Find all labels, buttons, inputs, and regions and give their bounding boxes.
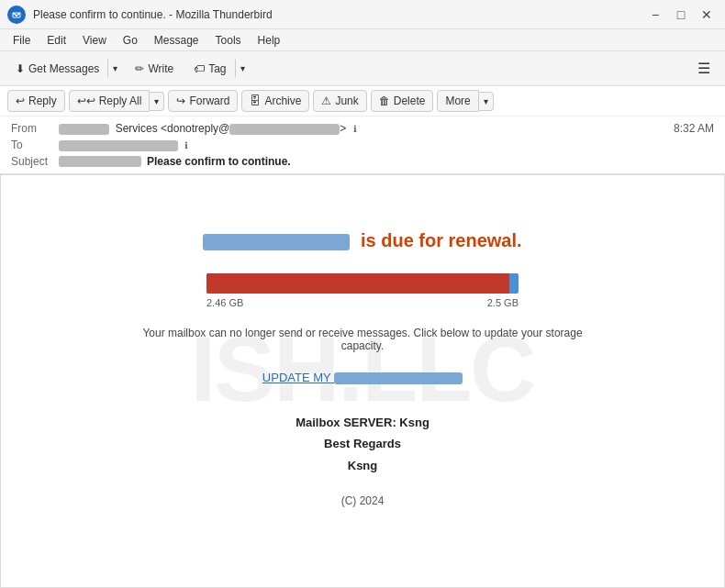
storage-total-label: 2.5 GB [487,297,519,308]
to-row: To ℹ [11,137,714,153]
from-name-blurred [59,124,109,135]
menu-file[interactable]: File [6,32,38,49]
from-bracket-close: > [340,122,346,135]
write-button[interactable]: ✏ Write [127,58,182,80]
menu-bar: File Edit View Go Message Tools Help [0,29,725,51]
signature-line2: Best Regards [56,433,669,454]
hamburger-menu[interactable]: ☰ [690,56,718,81]
to-info-icon[interactable]: ℹ [184,140,188,150]
signature: Mailbox SERVER: Ksng Best Regards Ksng [56,412,669,476]
delete-icon: 🗑 [379,94,390,107]
get-messages-label: Get Messages [28,62,99,75]
update-link-container: UPDATE MY [56,371,669,384]
close-button[interactable]: ✕ [696,4,718,26]
toolbar: ⬇ Get Messages ▾ ✏ Write 🏷 Tag ▾ ☰ [0,51,725,86]
email-meta: From Services <donotreply@> ℹ 8:32 AM To… [0,116,725,173]
signature-line3: Ksng [56,455,669,476]
to-blurred [59,140,178,151]
menu-message[interactable]: Message [147,32,206,49]
title-bar-left: Please confirm to continue. - Mozilla Th… [7,6,273,24]
renewal-heading: is due for renewal. [56,230,669,251]
menu-view[interactable]: View [75,32,114,49]
tag-button[interactable]: 🏷 Tag [185,58,234,80]
update-link[interactable]: UPDATE MY [262,371,463,384]
get-messages-button[interactable]: ⬇ Get Messages [7,58,107,80]
signature-line1: Mailbox SERVER: Ksng [56,412,669,433]
reply-icon: ↩ [16,94,25,107]
from-row: From Services <donotreply@> ℹ 8:32 AM [11,120,714,137]
maximize-button[interactable]: □ [670,4,692,26]
junk-icon: ⚠ [321,94,331,107]
subject-text: Please confirm to continue. [147,155,291,168]
junk-button[interactable]: ⚠ Junk [313,90,366,112]
storage-container: 2.46 GB 2.5 GB [206,273,519,308]
tag-group: 🏷 Tag ▾ [185,58,250,80]
storage-used-label: 2.46 GB [206,297,243,308]
get-messages-icon: ⬇ [16,62,25,75]
archive-icon: 🗄 [250,94,261,107]
domain-blurred [203,234,350,250]
write-icon: ✏ [135,62,144,75]
forward-button[interactable]: ↪ Forward [168,90,238,112]
forward-icon: ↪ [176,94,185,107]
menu-tools[interactable]: Tools [208,32,249,49]
storage-bar-fill [206,273,509,294]
reply-all-dropdown[interactable]: ▾ [150,92,164,111]
more-group: More ▾ [437,90,493,112]
security-icon[interactable]: ℹ [353,124,357,134]
email-header: ↩ Reply ↩↩ Reply All ▾ ↪ Forward 🗄 Archi… [0,86,725,174]
from-services-text: Services <donotreply@ [116,122,230,135]
title-bar-title: Please confirm to continue. - Mozilla Th… [33,8,273,21]
reply-all-button[interactable]: ↩↩ Reply All [69,90,151,112]
storage-message: Your mailbox can no longer send or recei… [133,327,592,352]
from-label: From [11,122,59,135]
email-time: 8:32 AM [674,122,714,135]
reply-all-icon: ↩↩ [77,94,95,107]
subject-label: Subject [11,155,59,168]
reply-all-group: ↩↩ Reply All ▾ [69,90,165,112]
tag-dropdown[interactable]: ▾ [235,59,251,78]
email-body: ISH.LLC is due for renewal. 2.46 GB 2.5 … [1,175,724,562]
menu-go[interactable]: Go [116,32,145,49]
tag-icon: 🏷 [194,62,205,75]
subject-blurred [59,156,141,167]
to-label: To [11,139,59,151]
title-bar-controls: − □ ✕ [644,4,718,26]
copyright: (C) 2024 [56,494,669,507]
app-icon [7,6,26,24]
action-bar: ↩ Reply ↩↩ Reply All ▾ ↪ Forward 🗄 Archi… [0,86,725,116]
reply-button[interactable]: ↩ Reply [7,90,65,112]
from-domain-blurred [229,124,340,135]
get-messages-group: ⬇ Get Messages ▾ [7,58,123,80]
to-value: ℹ [59,139,714,151]
from-value: Services <donotreply@> ℹ [59,122,674,135]
menu-edit[interactable]: Edit [39,32,73,49]
delete-button[interactable]: 🗑 Delete [371,90,434,112]
storage-labels: 2.46 GB 2.5 GB [206,297,519,308]
menu-help[interactable]: Help [251,32,288,49]
update-link-blurred [334,372,463,384]
get-messages-dropdown[interactable]: ▾ [107,59,123,78]
archive-button[interactable]: 🗄 Archive [241,90,309,112]
storage-bar-background [206,273,519,294]
email-inner: is due for renewal. 2.46 GB 2.5 GB Your … [19,203,706,535]
email-content-wrapper: ISH.LLC is due for renewal. 2.46 GB 2.5 … [0,174,725,588]
minimize-button[interactable]: − [644,4,666,26]
more-button[interactable]: More [437,90,478,112]
title-bar: Please confirm to continue. - Mozilla Th… [0,0,725,29]
subject-row: Subject Please confirm to continue. [11,153,714,170]
renewal-text: is due for renewal. [361,230,522,250]
more-dropdown[interactable]: ▾ [479,92,494,111]
main-area: ↩ Reply ↩↩ Reply All ▾ ↪ Forward 🗄 Archi… [0,86,725,588]
